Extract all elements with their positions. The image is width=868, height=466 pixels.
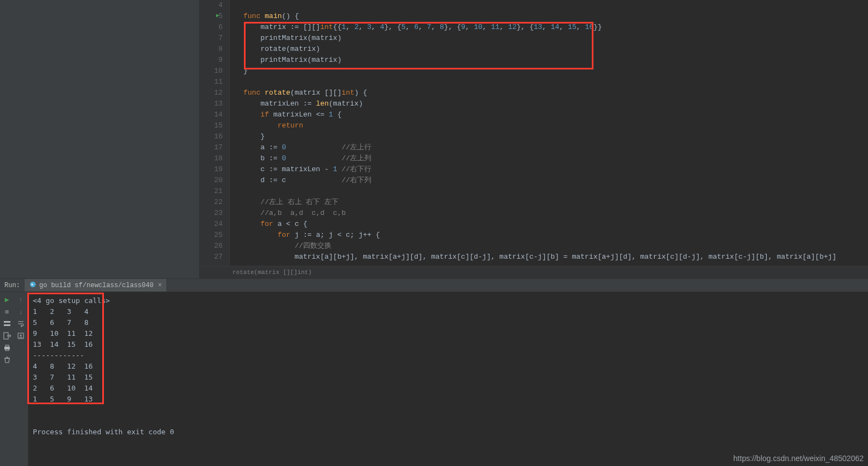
svg-rect-5 <box>5 345 9 347</box>
highlight-box-console <box>27 293 104 404</box>
svg-point-0 <box>30 281 36 287</box>
print-icon[interactable] <box>3 343 11 352</box>
svg-rect-1 <box>4 321 10 323</box>
trash-icon[interactable] <box>3 356 11 364</box>
svg-rect-2 <box>4 324 10 326</box>
run-header: Run: go build sf/newclass/class040 × <box>0 279 868 292</box>
svg-rect-6 <box>5 349 9 351</box>
layout-icon[interactable] <box>3 319 11 328</box>
run-label: Run: <box>0 282 25 289</box>
close-icon[interactable]: × <box>158 282 162 289</box>
project-tool-pane[interactable] <box>0 0 200 278</box>
stop-icon[interactable]: ■ <box>3 307 11 316</box>
softwrap-icon[interactable] <box>16 319 25 328</box>
console-output[interactable]: <4 go setup calls> 1 2 3 4 5 6 7 8 9 10 … <box>28 292 868 466</box>
up-icon[interactable]: ↑ <box>16 295 25 304</box>
run-gutter-icon[interactable]: ▶ <box>216 12 219 19</box>
line-gutter: 4567891011121314151617181920212223242526… <box>200 0 230 266</box>
run-tab[interactable]: go build sf/newclass/class040 × <box>25 279 166 292</box>
highlight-box-editor <box>244 22 593 69</box>
rerun-icon[interactable]: ▶ <box>3 295 11 304</box>
exit-icon[interactable] <box>3 331 11 340</box>
go-icon <box>29 281 37 290</box>
run-tab-label: go build sf/newclass/class040 <box>39 282 154 289</box>
watermark: https://blog.csdn.net/weixin_48502062 <box>733 454 864 463</box>
run-tool-window: Run: go build sf/newclass/class040 × ▶ ■ <box>0 278 868 466</box>
breadcrumb[interactable]: rotate(matrix [][]int) <box>200 266 868 278</box>
scroll-end-icon[interactable] <box>16 331 25 340</box>
down-icon[interactable]: ↓ <box>16 307 25 316</box>
run-toolbar: ▶ ■ ↑ ↓ <box>0 292 28 466</box>
